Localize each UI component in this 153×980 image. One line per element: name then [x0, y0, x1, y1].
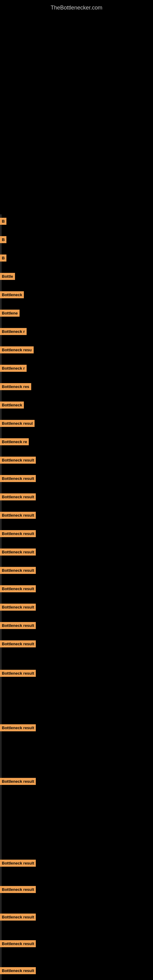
bottleneck-item: Bottleneck result	[0, 637, 36, 651]
bottleneck-label: Bottleneck result	[0, 670, 36, 677]
bottleneck-label: Bottleneck result	[0, 493, 36, 500]
bottleneck-label: B	[0, 236, 6, 243]
bottleneck-label: Bottlene	[0, 310, 19, 317]
bottleneck-item: Bottleneck resu	[0, 343, 33, 356]
bottleneck-item: Bottleneck result	[0, 856, 36, 870]
bottleneck-label: Bottleneck resul	[0, 420, 35, 427]
bottleneck-label: Bottleneck result	[0, 940, 36, 947]
bottleneck-label: Bottleneck result	[0, 549, 36, 555]
bottleneck-item: Bottleneck result	[0, 883, 36, 896]
bottleneck-label: Bottleneck result	[0, 913, 36, 921]
bottleneck-item: Bottleneck	[0, 288, 24, 301]
bottleneck-item: Bottleneck res	[0, 380, 31, 393]
bottleneck-label: Bottleneck res	[0, 383, 31, 390]
bottleneck-label: Bottleneck result	[0, 640, 36, 648]
bottleneck-label: Bottleneck resu	[0, 346, 33, 353]
bottleneck-item: Bottleneck resul	[0, 417, 35, 430]
bottleneck-label: Bottleneck result	[0, 457, 36, 464]
bottleneck-label: Bottleneck result	[0, 622, 36, 629]
bottleneck-item: Bottleneck r	[0, 361, 27, 375]
bottleneck-item: Bottleneck	[0, 398, 24, 412]
bottleneck-label: Bottleneck result	[0, 778, 36, 785]
bottleneck-label: Bottleneck result	[0, 512, 36, 519]
bottleneck-item: Bottleneck result	[0, 472, 36, 485]
bottleneck-item: Bottleneck re	[0, 435, 29, 449]
bottleneck-label: Bottleneck result	[0, 567, 36, 574]
bottleneck-label: Bottleneck result	[0, 860, 36, 867]
bottleneck-item: B	[0, 215, 6, 228]
bottleneck-label: B	[0, 218, 6, 225]
bottleneck-item: Bottleneck result	[0, 582, 36, 595]
bottleneck-label: Bottleneck	[0, 401, 24, 409]
bottleneck-item: Bottleneck result	[0, 600, 36, 614]
bottleneck-item: Bottleneck result	[0, 527, 36, 540]
bottleneck-item: Bottlene	[0, 306, 19, 320]
bottleneck-label: Bottleneck result	[0, 724, 36, 731]
bottleneck-label: Bottleneck re	[0, 438, 29, 445]
bottleneck-label: B	[0, 255, 6, 261]
bottleneck-item: Bottleneck result	[0, 937, 36, 950]
bottleneck-label: Bottleneck result	[0, 604, 36, 611]
bottleneck-item: Bottleneck result	[0, 508, 36, 522]
bottleneck-item: B	[0, 251, 6, 265]
bottleneck-label: Bottleneck result	[0, 475, 36, 482]
bottleneck-item: Bottleneck result	[0, 667, 36, 680]
bottleneck-item: Bottleneck result	[0, 545, 36, 558]
bottleneck-item: B	[0, 233, 6, 246]
bottleneck-label: Bottle	[0, 273, 15, 280]
bottleneck-item: Bottleneck result	[0, 563, 36, 577]
bottleneck-label: Bottleneck r	[0, 365, 27, 372]
bottleneck-label: Bottleneck r	[0, 328, 27, 335]
bottleneck-item: Bottleneck result	[0, 721, 36, 734]
bottleneck-label: Bottleneck result	[0, 967, 36, 974]
site-title: TheBottlenecker.com	[0, 2, 153, 14]
bottleneck-label: Bottleneck result	[0, 886, 36, 893]
bottleneck-label: Bottleneck result	[0, 585, 36, 592]
bottleneck-label: Bottleneck	[0, 291, 24, 298]
bottleneck-item: Bottleneck result	[0, 775, 36, 788]
bottleneck-label: Bottleneck result	[0, 530, 36, 537]
bottleneck-item: Bottleneck result	[0, 619, 36, 632]
bottleneck-item: Bottleneck result	[0, 964, 36, 977]
bottleneck-item: Bottleneck r	[0, 325, 27, 338]
bottleneck-item: Bottle	[0, 269, 15, 283]
bottleneck-item: Bottleneck result	[0, 490, 36, 503]
bottleneck-item: Bottleneck result	[0, 910, 36, 924]
bottleneck-item: Bottleneck result	[0, 453, 36, 467]
